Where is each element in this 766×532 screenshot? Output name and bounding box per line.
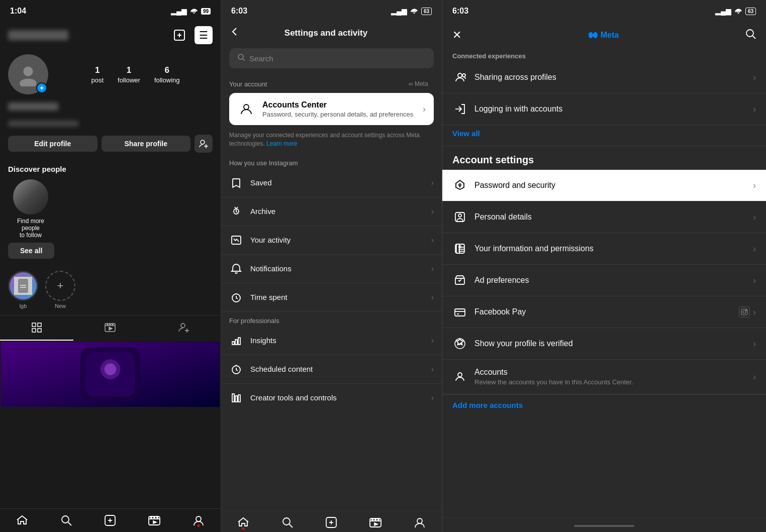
- add-more-accounts-link[interactable]: Add more accounts: [442, 394, 766, 415]
- svg-rect-15: [38, 329, 41, 332]
- settings-item-time-spent[interactable]: Time spent ›: [221, 283, 442, 312]
- accounts-label: Accounts: [474, 368, 746, 377]
- sharing-across-profiles-item[interactable]: Sharing across profiles ›: [442, 62, 766, 93]
- home-indicator-bar: [574, 525, 634, 527]
- follow-suggestions-button[interactable]: [195, 135, 213, 153]
- for-professionals-label: For professionals: [221, 312, 442, 327]
- bottom-nav-1: [0, 508, 221, 532]
- ad-preferences-item[interactable]: Ad preferences ›: [442, 265, 766, 296]
- settings-item-creator-tools[interactable]: Creator tools and controls ›: [221, 384, 442, 412]
- close-button[interactable]: ✕: [452, 29, 461, 42]
- learn-more-link[interactable]: Learn more: [266, 140, 297, 147]
- nav-reels[interactable]: [148, 514, 161, 527]
- account-settings-items: Connected experiences Sharing across pro…: [442, 48, 766, 517]
- time-spent-label: Time spent: [250, 293, 424, 301]
- svg-point-29: [105, 363, 117, 375]
- story-circle: [8, 271, 38, 301]
- password-security-item[interactable]: Password and security ›: [442, 170, 766, 201]
- bnav-search[interactable]: [281, 516, 294, 529]
- saved-chevron: ›: [431, 178, 434, 187]
- svg-rect-11: [20, 287, 26, 288]
- add-story-button[interactable]: +: [36, 82, 47, 93]
- nav-profile-dot: [198, 524, 200, 527]
- settings-item-archive[interactable]: Archive ›: [221, 197, 442, 226]
- battery-badge-1: 99: [201, 8, 211, 15]
- nav-home[interactable]: [16, 514, 29, 527]
- settings-item-activity[interactable]: Your activity ›: [221, 226, 442, 255]
- tab-reels[interactable]: [73, 315, 147, 341]
- tab-tagged[interactable]: [147, 315, 221, 341]
- story-item-lgb[interactable]: lgb: [8, 271, 38, 309]
- menu-button[interactable]: ☰: [195, 26, 213, 44]
- accounts-text: Accounts Review the accounts you have in…: [474, 368, 746, 386]
- profile-buttons: Edit profile Share profile: [8, 135, 213, 153]
- info-permissions-item[interactable]: Your information and permissions ›: [442, 233, 766, 265]
- svg-marker-40: [153, 521, 156, 523]
- facebook-pay-item[interactable]: Facebook Pay ›: [442, 296, 766, 328]
- archive-label: Archive: [250, 207, 424, 216]
- stories-row: lgb + New: [0, 265, 221, 315]
- bnav-profile[interactable]: [413, 516, 426, 529]
- add-post-button[interactable]: [170, 26, 188, 44]
- view-all-link[interactable]: View all: [442, 125, 766, 146]
- accounts-center-card[interactable]: Accounts Center Password, security, pers…: [229, 93, 434, 125]
- verified-item[interactable]: Show your profile is verified ›: [442, 328, 766, 360]
- info-permissions-chevron: ›: [753, 244, 756, 254]
- discover-title: Discover people: [8, 165, 213, 173]
- settings-item-scheduled[interactable]: Scheduled content ›: [221, 355, 442, 384]
- notifications-label: Notifications: [250, 264, 424, 273]
- top-bar-actions: ☰: [170, 26, 213, 44]
- followers-stat: 1 follower: [118, 65, 140, 84]
- search-bar[interactable]: Search: [229, 48, 434, 68]
- personal-details-chevron: ›: [753, 212, 756, 223]
- personal-details-item[interactable]: Personal details ›: [442, 201, 766, 233]
- insights-icon: [229, 334, 243, 348]
- search-button[interactable]: [745, 28, 756, 42]
- meta-logo-header: Meta: [588, 31, 619, 40]
- svg-point-90: [458, 373, 462, 377]
- svg-rect-49: [235, 340, 237, 345]
- ad-preferences-text: Ad preferences: [474, 276, 746, 285]
- login-text: Logging in with accounts: [474, 104, 746, 114]
- ad-preferences-label: Ad preferences: [474, 276, 746, 285]
- nav-profile[interactable]: [192, 514, 205, 527]
- edit-profile-button[interactable]: Edit profile: [8, 136, 98, 152]
- back-button[interactable]: [229, 26, 240, 40]
- discover-person-name: Find more peopleto follow: [8, 218, 53, 239]
- nav-add[interactable]: [104, 514, 117, 527]
- settings-item-insights[interactable]: Insights ›: [221, 327, 442, 355]
- svg-point-37: [151, 517, 152, 518]
- following-stat: 6 following: [154, 65, 180, 84]
- settings-item-notifications[interactable]: Notifications ›: [221, 255, 442, 283]
- status-time-1: 1:04: [10, 7, 26, 16]
- svg-point-87: [743, 310, 746, 313]
- posts-label: post: [91, 76, 104, 84]
- bnav-home[interactable]: [237, 516, 250, 529]
- see-all-button[interactable]: See all: [8, 243, 54, 259]
- svg-point-5: [201, 140, 205, 144]
- signal-icon: ▂▄▆: [171, 7, 187, 15]
- logging-in-item[interactable]: Logging in with accounts ›: [442, 93, 766, 125]
- settings-scroll: Your account ∞ Meta Accounts Center Pass…: [221, 72, 442, 510]
- facebook-pay-right: ›: [739, 306, 756, 317]
- bnav-add[interactable]: [325, 516, 338, 529]
- svg-line-43: [243, 59, 245, 61]
- search-icon: [237, 53, 245, 63]
- panel-account-settings: 6:03 ▂▄▆ 63 ✕ Meta Connected experien: [442, 0, 766, 532]
- settings-item-saved[interactable]: Saved ›: [221, 169, 442, 197]
- accounts-item[interactable]: Accounts Review the accounts you have in…: [442, 360, 766, 394]
- scheduled-icon: [229, 362, 243, 376]
- svg-point-39: [157, 517, 158, 518]
- story-item-new[interactable]: + New: [45, 271, 75, 309]
- post-thumbnail[interactable]: [1, 342, 220, 407]
- svg-rect-50: [238, 338, 240, 345]
- bottom-nav-3: [442, 517, 766, 532]
- username-display: [8, 30, 68, 40]
- bnav-reels[interactable]: [369, 516, 382, 529]
- status-time-2: 6:03: [231, 7, 247, 16]
- activity-chevron: ›: [431, 236, 434, 245]
- nav-search[interactable]: [60, 514, 73, 527]
- svg-point-71: [462, 74, 465, 77]
- share-profile-button[interactable]: Share profile: [102, 136, 191, 152]
- tab-grid[interactable]: [0, 315, 73, 341]
